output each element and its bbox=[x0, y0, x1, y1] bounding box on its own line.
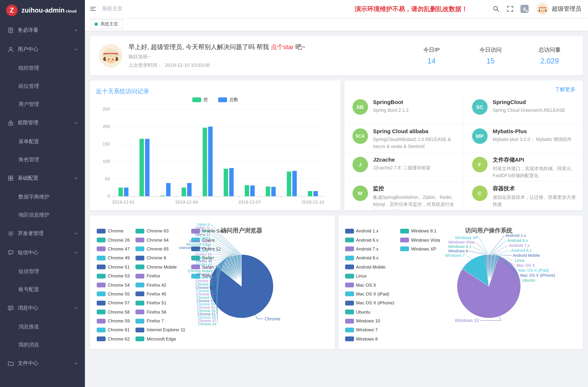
feature-texts: SpringBootSpring Boot 2.1.2 bbox=[373, 99, 409, 114]
legend-item[interactable]: Chrome 58 bbox=[97, 307, 130, 317]
legend-item[interactable]: Chrome 55 bbox=[97, 289, 130, 298]
legend-item[interactable]: Chrome 59 bbox=[97, 317, 130, 326]
legend-item[interactable]: Chrome 63 bbox=[136, 226, 185, 236]
legend-item[interactable]: Chrome 51 bbox=[97, 263, 130, 271]
fullscreen-icon[interactable] bbox=[506, 5, 514, 13]
legend-item[interactable]: Mac OS X (iPad) bbox=[345, 289, 394, 298]
learn-more-link[interactable]: 了解更多 bbox=[555, 86, 575, 93]
legend-swatch bbox=[97, 247, 105, 251]
legend-item[interactable]: Opera 12 bbox=[191, 244, 228, 254]
username[interactable]: 超级管理员 bbox=[552, 5, 581, 13]
sidebar-subitem[interactable]: 岗位管理 bbox=[0, 77, 85, 95]
legend-item[interactable]: Chrome 49 bbox=[97, 253, 130, 263]
legend-item[interactable]: Chrome 64 bbox=[136, 236, 185, 244]
sidebar-item[interactable]: 基础配置 bbox=[0, 169, 85, 188]
collapse-menu-icon[interactable] bbox=[89, 5, 97, 13]
legend-item[interactable]: Windows 8 bbox=[345, 334, 394, 344]
sidebar-subitem[interactable]: 角色管理 bbox=[0, 150, 85, 169]
legend-item[interactable]: Chrome 65 bbox=[136, 244, 185, 254]
legend-item[interactable]: Windows XP bbox=[400, 244, 440, 254]
legend-item[interactable]: Mobile Safari bbox=[191, 226, 228, 236]
legend-swatch bbox=[345, 292, 354, 296]
legend-item[interactable]: Chrome bbox=[97, 226, 130, 236]
legend-swatch bbox=[136, 247, 145, 251]
legend-item[interactable]: Chrome 47 bbox=[97, 244, 130, 254]
legend-item[interactable]: 您 bbox=[192, 97, 208, 103]
sidebar-subitem[interactable]: 短信管理 bbox=[0, 262, 85, 280]
sidebar-item[interactable]: 文件中心 bbox=[0, 354, 85, 373]
legend-label: Android 1.x bbox=[356, 228, 378, 234]
legend-item[interactable]: Windows 7 bbox=[345, 326, 394, 335]
legend-item[interactable]: Chrome 26 bbox=[97, 236, 130, 244]
legend-label: Windows 8.1 bbox=[411, 228, 437, 234]
legend-item[interactable]: Microsoft Edge bbox=[136, 334, 185, 344]
legend-item[interactable]: Opera bbox=[191, 236, 228, 244]
charts-row-1: 近十天系统访问记录 您总数 0501001502002502019-12-012… bbox=[90, 81, 583, 210]
legend-item[interactable]: Android Mobile bbox=[345, 263, 394, 271]
legend-item[interactable]: Firefox bbox=[136, 271, 185, 281]
tab-label: 系统主页 bbox=[100, 21, 118, 27]
sidebar-item[interactable]: 开发者管理 bbox=[0, 224, 85, 243]
search-icon[interactable] bbox=[492, 5, 500, 13]
legend-item[interactable]: Chrome Mobile bbox=[136, 263, 185, 271]
user-avatar[interactable] bbox=[536, 2, 549, 15]
legend-item[interactable]: Windows 8.1 bbox=[400, 226, 440, 236]
legend-item[interactable]: Android 7.x bbox=[345, 244, 394, 254]
sidebar-item[interactable]: 用户中心 bbox=[0, 40, 85, 59]
sidebar-item[interactable]: 短信中心 bbox=[0, 243, 85, 262]
sidebar-item[interactable]: 务必详看 bbox=[0, 21, 85, 40]
legend-item[interactable]: 总数 bbox=[218, 97, 238, 103]
bar-总数 bbox=[292, 171, 297, 196]
legend-item[interactable]: Android 1.x bbox=[345, 226, 394, 236]
legend-item[interactable]: Firefox 42 bbox=[136, 281, 185, 290]
sidebar-subitem[interactable]: 账号配置 bbox=[0, 280, 85, 298]
legend-item[interactable]: Chrome 61 bbox=[97, 326, 130, 335]
legend-item[interactable]: Linux bbox=[345, 271, 394, 281]
legend-item[interactable]: Firefox 56 bbox=[136, 307, 185, 317]
tab-system-home[interactable]: 系统主页 bbox=[90, 19, 123, 29]
feature-texts: Spring Cloud alibabaSpringCloudAlibaba2.… bbox=[373, 128, 457, 150]
legend-label: Windows Vista bbox=[411, 237, 440, 243]
star-link[interactable]: 点个star bbox=[271, 43, 294, 51]
legend-item[interactable]: Android 8.x bbox=[345, 253, 394, 263]
legend-item[interactable]: Chrome 53 bbox=[97, 271, 130, 281]
legend-item[interactable]: Mac OS X bbox=[345, 281, 394, 290]
sidebar-subitem[interactable]: 数据字典维护 bbox=[0, 188, 85, 206]
legend-item[interactable]: Chrome 54 bbox=[97, 281, 130, 290]
legend-item[interactable]: Firefox 51 bbox=[136, 298, 185, 307]
legend-swatch bbox=[400, 228, 409, 233]
sidebar-subitem[interactable]: 消息推送 bbox=[0, 318, 85, 336]
legend-label: Windows 7 bbox=[356, 327, 378, 333]
pie-slice bbox=[236, 255, 242, 286]
pie-callout-label: Android Mobile bbox=[513, 253, 540, 258]
font-size-icon[interactable]: A bbox=[521, 5, 528, 13]
legend-label: Chrome 49 bbox=[108, 255, 130, 261]
pie-slice bbox=[240, 255, 242, 286]
legend-item[interactable]: Windows Vista bbox=[400, 236, 440, 244]
legend-item[interactable]: Android 6.x bbox=[345, 236, 394, 244]
legend-swatch bbox=[136, 274, 145, 278]
legend-item[interactable]: Internet Explorer 11 bbox=[136, 326, 185, 335]
stat-value: 2,029 bbox=[538, 57, 561, 65]
legend-item[interactable]: Chrome 57 bbox=[97, 298, 130, 307]
legend-item[interactable]: Safari 11 bbox=[191, 263, 228, 271]
legend-item[interactable]: Mac OS X (iPhone) bbox=[345, 298, 394, 307]
legend-swatch bbox=[191, 265, 200, 269]
legend-item[interactable]: Chrome 62 bbox=[97, 334, 130, 344]
sidebar-subitem[interactable]: 组织管理 bbox=[0, 59, 85, 77]
legend-item[interactable]: Windows 10 bbox=[345, 317, 394, 326]
legend-item[interactable]: Safari bbox=[191, 253, 228, 263]
legend-item[interactable]: Firefox 7 bbox=[136, 317, 185, 326]
sidebar-subitem[interactable]: 我的消息 bbox=[0, 336, 85, 354]
legend-item[interactable]: Safari 9 bbox=[191, 271, 228, 281]
sidebar-subitem[interactable]: 地区信息维护 bbox=[0, 206, 85, 224]
bar-您 bbox=[224, 169, 228, 196]
sidebar-item[interactable]: 消息中心 bbox=[0, 298, 85, 318]
sidebar-subitem[interactable]: 菜单配置 bbox=[0, 132, 85, 150]
legend-item[interactable]: Chrome 8 bbox=[136, 253, 185, 263]
legend-item[interactable]: Ubuntu bbox=[345, 307, 394, 317]
legend-swatch bbox=[136, 238, 145, 242]
legend-item[interactable]: Firefox 45 bbox=[136, 289, 185, 298]
sidebar-subitem[interactable]: 用户管理 bbox=[0, 95, 85, 113]
sidebar-item[interactable]: 权限管理 bbox=[0, 113, 85, 132]
